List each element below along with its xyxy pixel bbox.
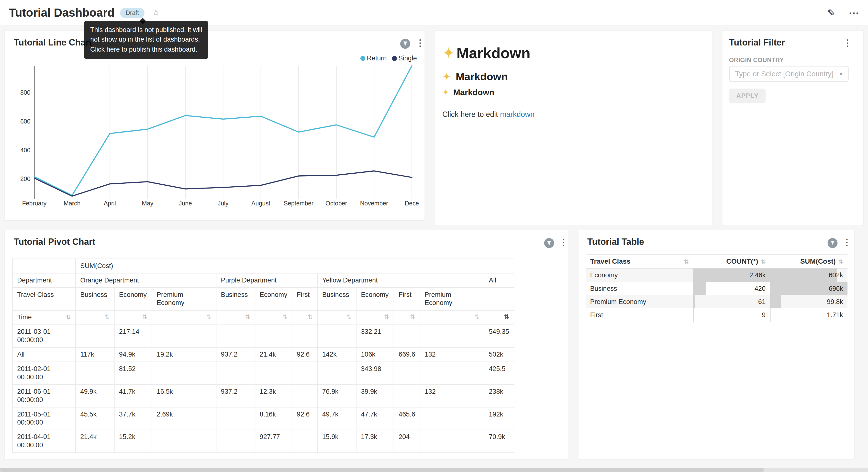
pivot-time-label: Time (17, 313, 32, 322)
sort-icon[interactable]: ⇅ (142, 313, 147, 321)
sort-icon[interactable]: ⇅ (308, 313, 313, 321)
pivot-dept-label: Department (12, 273, 75, 288)
sort-icon[interactable]: ⇅ (66, 314, 71, 321)
page-title: Tutorial Dashboard (9, 6, 115, 19)
pivot-table: SUM(Cost)DepartmentOrange DepartmentPurp… (12, 259, 514, 453)
apply-button[interactable]: APPLY (729, 89, 766, 103)
sum-bar (770, 308, 770, 321)
table-more-icon[interactable]: ⋮ (843, 237, 851, 247)
pivot-value-cell: 502k (484, 348, 514, 362)
sort-icon[interactable]: ⇅ (474, 313, 479, 321)
pivot-value-cell: 465.6 (394, 407, 420, 430)
markdown-card[interactable]: ✦Markdown ✦ Markdown ✦ Markdown Click he… (434, 31, 713, 226)
filter-indicator-icon[interactable] (828, 238, 838, 248)
pivot-value-cell (216, 407, 255, 430)
pivot-row: 2011-03-01 00:00:00217.14332.21549.35 (12, 325, 514, 348)
chevron-down-icon: ▾ (839, 70, 843, 78)
pivot-dept-header: Orange Department (75, 273, 216, 288)
draft-badge[interactable]: Draft (120, 7, 144, 18)
count-bar (693, 282, 706, 295)
edit-pencil-icon[interactable]: ✎ (828, 7, 835, 19)
pivot-value-cell (317, 325, 356, 348)
pivot-sort-cell: ⇅ (216, 311, 255, 325)
pivot-row: 2011-04-01 00:00:0021.4k15.2k927.7715.9k… (12, 430, 514, 453)
count-bar (693, 308, 693, 321)
pivot-value-cell: 937.2 (216, 384, 255, 407)
pivot-class-header (484, 288, 514, 311)
markdown-h1: ✦Markdown (442, 44, 530, 62)
sort-icon[interactable]: ⇅ (282, 313, 287, 321)
scrollbar-thumb[interactable] (0, 468, 764, 472)
pivot-value-cell (216, 430, 255, 453)
pivot-row: 2011-06-01 00:00:0049.9k41.7k16.5k937.21… (12, 384, 514, 407)
origin-country-label: ORIGIN COUNTRY (729, 57, 784, 63)
pivot-value-cell: 21.4k (75, 430, 114, 453)
svg-text:October: October (326, 200, 347, 207)
sort-icon: ⇅ (838, 258, 843, 264)
pivot-row-label: 2011-06-01 00:00:00 (12, 384, 75, 407)
pivot-value-cell: 39.9k (356, 384, 394, 407)
sort-icon: ⇅ (761, 258, 766, 264)
count-bar (693, 295, 695, 308)
line-chart[interactable]: 200400600800FebruaryMarchAprilMayJuneJul… (5, 59, 426, 211)
pivot-sort-cell: ⇅ (394, 311, 420, 325)
filter-indicator-icon[interactable] (400, 39, 410, 49)
pivot-value-cell: 49.9k (75, 384, 114, 407)
origin-country-select[interactable]: Type or Select [Origin Country] ▾ (729, 66, 849, 82)
tooltip-line: not show up in the list of dashboards. (90, 35, 202, 45)
pivot-value-cell: 81.52 (115, 362, 152, 385)
svg-text:April: April (104, 200, 116, 207)
svg-text:September: September (284, 200, 313, 207)
sort-icon[interactable]: ⇅ (245, 313, 250, 321)
column-header-travel-class[interactable]: Travel Class⇅ (586, 254, 693, 268)
svg-text:July: July (218, 200, 228, 207)
pivot-chart-card: Tutorial Pivot Chart ⋮ SUM(Cost)Departme… (4, 230, 569, 460)
pivot-more-icon[interactable]: ⋮ (559, 237, 568, 247)
sum-cell: 99.8k (770, 295, 847, 308)
pivot-row-label: 2011-05-01 00:00:00 (12, 407, 75, 430)
favorite-star-icon[interactable]: ☆ (152, 8, 159, 18)
sort-icon[interactable]: ⇅ (384, 313, 389, 321)
svg-text:August: August (251, 200, 271, 207)
filter-indicator-icon[interactable] (544, 238, 554, 248)
column-header-count[interactable]: COUNT(*)⇅ (693, 254, 770, 268)
count-cell: 9 (693, 308, 770, 321)
pivot-class-header: Business (75, 288, 114, 311)
pivot-value-cell (216, 325, 255, 348)
chart-more-icon[interactable]: ⋮ (416, 38, 425, 48)
pivot-value-cell (216, 362, 255, 385)
count-cell: 420 (693, 282, 770, 295)
sort-icon[interactable]: ⇅ (346, 313, 351, 321)
more-menu-icon[interactable]: ⋯ (849, 7, 859, 19)
pivot-value-cell: 21.4k (255, 348, 292, 362)
pivot-value-cell: 15.9k (317, 430, 356, 453)
tooltip-line: This dashboard is not published, it will (90, 25, 202, 35)
publish-tooltip[interactable]: This dashboard is not published, it will… (84, 21, 208, 59)
pivot-sort-cell: ⇅ (152, 311, 216, 325)
pivot-value-cell: 16.5k (152, 384, 216, 407)
markdown-edit-link[interactable]: markdown (500, 110, 534, 119)
sort-desc-icon[interactable]: ⇅ (504, 313, 509, 321)
sparkles-icon: ✦ (442, 71, 451, 83)
sort-icon[interactable]: ⇅ (104, 313, 110, 321)
horizontal-scrollbar[interactable] (0, 468, 868, 472)
pivot-all-header: All (484, 273, 514, 288)
pivot-value-cell (420, 362, 484, 385)
sort-icon[interactable]: ⇅ (206, 313, 212, 321)
filter-card: Tutorial Filter ⋮ ORIGIN COUNTRY Type or… (722, 31, 864, 226)
column-header-sum-cost[interactable]: SUM(Cost)⇅ (770, 254, 847, 268)
tooltip-line: Click here to publish this dashboard. (90, 45, 202, 54)
table-card: Tutorial Table ⋮ Travel Class⇅COUNT(*)⇅S… (578, 230, 855, 460)
pivot-value-cell (152, 362, 216, 385)
sum-cell: 602k (770, 268, 847, 282)
pivot-value-cell: 19.2k (152, 348, 216, 362)
table-card-title: Tutorial Table (587, 237, 644, 247)
top-bar-actions: ✎ ⋯ (828, 0, 859, 26)
sort-icon[interactable]: ⇅ (410, 313, 415, 321)
pivot-class-label: Travel Class (12, 288, 75, 311)
filter-more-icon[interactable]: ⋮ (843, 38, 852, 48)
pivot-row: 2011-05-01 00:00:0045.5k37.7k2.69k8.16k9… (12, 407, 514, 430)
table-row: First91.71k (586, 308, 847, 321)
pivot-value-cell (152, 430, 216, 453)
pivot-value-cell (420, 407, 484, 430)
